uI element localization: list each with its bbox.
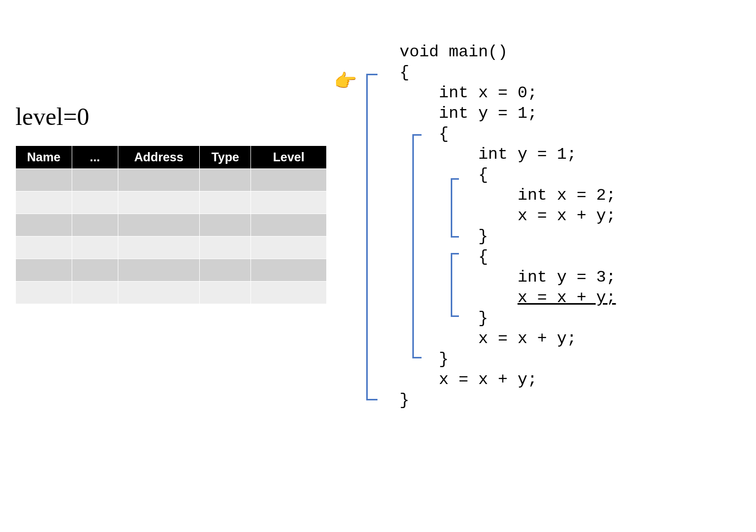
table-cell: [251, 191, 327, 214]
table-cell: [72, 191, 118, 214]
table-row: [16, 282, 327, 304]
table-cell: [200, 259, 251, 282]
table-cell: [200, 237, 251, 259]
col-ellipsis: ...: [72, 146, 118, 169]
table-row: [16, 259, 327, 282]
code-line: {: [400, 247, 616, 267]
table-cell: [200, 214, 251, 237]
table-cell: [16, 259, 72, 282]
code-line: int x = 2;: [400, 185, 616, 206]
code-line: void main(): [400, 42, 616, 62]
table-row: [16, 191, 327, 214]
code-line: }: [400, 390, 616, 411]
code-line: {: [400, 165, 616, 185]
table-cell: [251, 259, 327, 282]
table-cell: [118, 169, 200, 191]
table-cell: [16, 191, 72, 214]
code-line: }: [400, 226, 616, 247]
code-line: int x = 0;: [400, 83, 616, 103]
table-cell: [118, 282, 200, 304]
table-cell: [118, 191, 200, 214]
col-name: Name: [16, 146, 72, 169]
table-cell: [118, 214, 200, 237]
code-line: x = x + y;: [400, 329, 616, 349]
table-cell: [16, 237, 72, 259]
table-cell: [72, 214, 118, 237]
col-level: Level: [251, 146, 327, 169]
table-cell: [251, 169, 327, 191]
table-cell: [72, 282, 118, 304]
code-line: x = x + y;: [400, 288, 616, 308]
table-cell: [72, 237, 118, 259]
table-cell: [251, 282, 327, 304]
table-cell: [72, 259, 118, 282]
table-cell: [16, 282, 72, 304]
symbol-table: Name ... Address Type Level: [15, 145, 327, 304]
code-line: x = x + y;: [400, 370, 616, 390]
table-cell: [200, 191, 251, 214]
table-row: [16, 214, 327, 237]
scope-bracket-0: [366, 74, 377, 400]
table-cell: [118, 259, 200, 282]
code-line: x = x + y;: [400, 206, 616, 226]
table-cell: [251, 214, 327, 237]
table-cell: [200, 169, 251, 191]
table-cell: [16, 214, 72, 237]
code-line: {: [400, 62, 616, 83]
table-cell: [16, 169, 72, 191]
code-line: int y = 1;: [400, 144, 616, 165]
table-cell: [72, 169, 118, 191]
pointer-icon: 👉: [334, 70, 357, 92]
table-row: [16, 237, 327, 259]
code-line: }: [400, 308, 616, 329]
code-line: }: [400, 349, 616, 370]
code-line: int y = 3;: [400, 267, 616, 288]
col-type: Type: [200, 146, 251, 169]
code-line: {: [400, 124, 616, 144]
table-row: [16, 169, 327, 191]
table-header-row: Name ... Address Type Level: [16, 146, 327, 169]
table-cell: [200, 282, 251, 304]
table-cell: [251, 237, 327, 259]
code-block: void main(){ int x = 0; int y = 1; { int…: [400, 42, 616, 411]
level-label: level=0: [15, 102, 89, 131]
code-line: int y = 1;: [400, 103, 616, 124]
col-address: Address: [118, 146, 200, 169]
table-cell: [118, 237, 200, 259]
